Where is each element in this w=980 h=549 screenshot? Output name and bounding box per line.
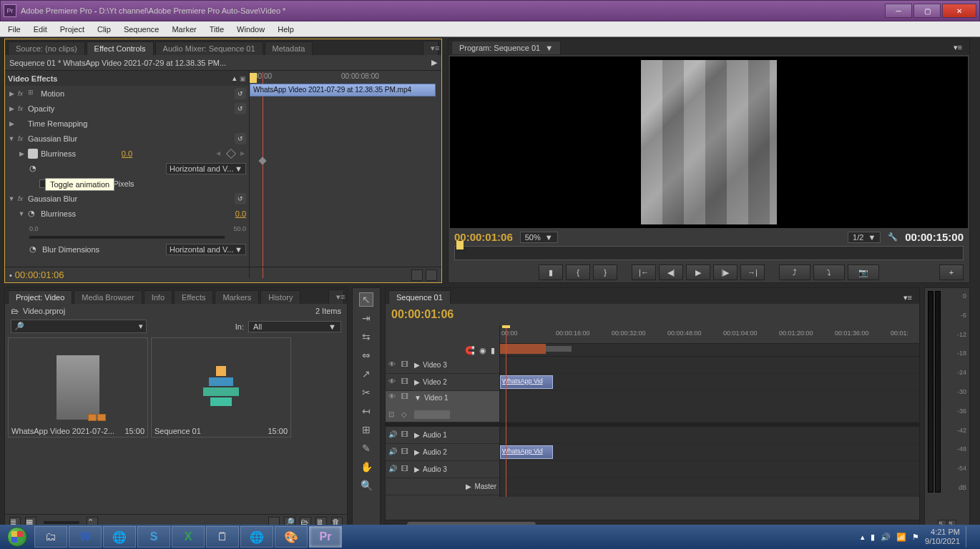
- ec-timecode[interactable]: 00:00:01:06: [15, 269, 64, 280]
- effect-motion[interactable]: ▶fx⊞Motion↺: [5, 86, 249, 101]
- flag-icon[interactable]: ⚑: [912, 533, 919, 542]
- track-audio-1[interactable]: 🔊🎞▶Audio 1: [386, 427, 499, 444]
- track-select-tool-icon[interactable]: ⇥: [359, 311, 373, 325]
- reset-icon[interactable]: ↺: [235, 88, 246, 99]
- reset-icon[interactable]: ↺: [235, 133, 246, 144]
- panel-menu-icon[interactable]: ▾≡: [328, 290, 344, 304]
- add-button[interactable]: +: [939, 264, 964, 280]
- track-master[interactable]: ▶Master: [386, 478, 499, 495]
- prop-blurriness[interactable]: ▶Blurriness0.0◀▶: [5, 146, 249, 161]
- work-area-bar[interactable]: [500, 344, 919, 357]
- wa-icon[interactable]: ▮: [491, 346, 495, 355]
- blurriness-value[interactable]: 0.0: [122, 149, 132, 158]
- taskbar-premiere-icon[interactable]: Pr: [309, 526, 342, 548]
- lock-icon[interactable]: 🎞: [401, 392, 411, 402]
- wrench-icon[interactable]: 🔧: [888, 232, 898, 242]
- battery-icon[interactable]: ▮: [871, 533, 875, 542]
- track-audio-3[interactable]: 🔊🎞▶Audio 3: [386, 461, 499, 478]
- menu-sequence[interactable]: Sequence: [117, 24, 166, 35]
- lane-a2[interactable]: WhatsApp Vid: [500, 444, 919, 461]
- speaker-icon[interactable]: 🔊: [388, 447, 398, 458]
- taskbar-paint-icon[interactable]: 🎨: [275, 526, 308, 548]
- collapse-icon[interactable]: ▴: [232, 74, 237, 83]
- mark-in-icon[interactable]: ▮: [539, 264, 563, 280]
- close-button[interactable]: ✕: [942, 4, 976, 18]
- out-point-icon[interactable]: }: [593, 264, 617, 280]
- lock-icon[interactable]: 🎞: [401, 377, 411, 387]
- blur-dimensions-dropdown-2[interactable]: Horizontal and V...▼: [166, 244, 246, 255]
- pen-tool-icon[interactable]: ✎: [359, 441, 373, 455]
- tab-audio-mixer[interactable]: Audio Mixer: Sequence 01: [155, 41, 263, 55]
- track-video-3[interactable]: 👁🎞▶Video 3: [386, 357, 499, 374]
- tab-project[interactable]: Project: Video: [8, 290, 72, 304]
- time-ruler[interactable]: 00:00 00:00:16:00 00:00:32:00 00:00:48:0…: [500, 325, 919, 344]
- tab-effects[interactable]: Effects: [174, 290, 213, 304]
- prop-blur-dimensions[interactable]: ◔Horizontal and V...▼: [5, 161, 249, 176]
- menu-project[interactable]: Project: [54, 24, 91, 35]
- selection-tool-icon[interactable]: ↖: [359, 292, 373, 307]
- effect-gaussian-blur-1[interactable]: ▼fxGaussian Blur↺: [5, 131, 249, 146]
- menu-window[interactable]: Window: [230, 24, 271, 35]
- volume-icon[interactable]: 🔊: [881, 533, 891, 542]
- project-item-clip[interactable]: WhatsApp Video 2021-07-2...15:00: [8, 337, 148, 437]
- rolling-tool-icon[interactable]: ⇔: [359, 348, 373, 362]
- timeline-timecode[interactable]: 00:00:01:06: [391, 308, 454, 320]
- effect-time-remap[interactable]: ▶ Time Remapping: [5, 116, 249, 131]
- tab-sequence[interactable]: Sequence 01: [388, 290, 451, 304]
- tab-source[interactable]: Source: (no clips): [8, 41, 85, 55]
- export-icon[interactable]: [426, 269, 437, 281]
- extract-icon[interactable]: ⤵: [813, 264, 845, 280]
- track-audio-2[interactable]: 🔊🎞▶Audio 2: [386, 444, 499, 461]
- razor-tool-icon[interactable]: ✂: [359, 385, 373, 400]
- panel-menu-icon[interactable]: ▾≡: [949, 41, 966, 54]
- ec-keyframe-area[interactable]: 00:0000:00:08:00 WhatsApp Video 2021-07-…: [250, 71, 441, 278]
- taskbar-notes-icon[interactable]: 🗒: [206, 526, 239, 548]
- menu-file[interactable]: File: [1, 24, 27, 35]
- lane-a3[interactable]: [500, 461, 919, 478]
- go-in-icon[interactable]: |←: [632, 264, 656, 280]
- stopwatch-icon[interactable]: ◔: [28, 209, 38, 219]
- start-button[interactable]: [1, 525, 33, 548]
- project-item-sequence[interactable]: Sequence 0115:00: [151, 337, 291, 437]
- go-out-icon[interactable]: →|: [740, 264, 765, 280]
- menu-edit[interactable]: Edit: [27, 24, 54, 35]
- taskbar-chrome2-icon[interactable]: 🌐: [240, 526, 273, 548]
- eye-icon[interactable]: 👁: [388, 392, 398, 402]
- lane-a1[interactable]: [500, 427, 919, 444]
- thumb-size-slider[interactable]: [44, 521, 79, 524]
- speaker-icon[interactable]: 🔊: [388, 430, 398, 440]
- blurriness-value-2[interactable]: 0.0: [235, 209, 246, 218]
- prop-blur-dimensions-2[interactable]: ◔Blur DimensionsHorizontal and V...▼: [5, 242, 249, 257]
- step-fwd-icon[interactable]: |▶: [713, 264, 738, 280]
- stopwatch-icon[interactable]: ◔: [29, 164, 39, 174]
- eye-icon[interactable]: 👁: [388, 360, 398, 370]
- in-dropdown[interactable]: All▼: [248, 321, 341, 332]
- program-monitor[interactable]: [450, 56, 968, 228]
- stopwatch-icon[interactable]: [28, 149, 38, 159]
- search-input[interactable]: 🔎▾: [11, 320, 147, 333]
- lift-icon[interactable]: ⤴: [779, 264, 810, 280]
- zoom-dropdown[interactable]: 50%▼: [520, 232, 558, 243]
- menu-help[interactable]: Help: [271, 24, 300, 35]
- taskbar-excel-icon[interactable]: X: [172, 526, 205, 548]
- speaker-icon[interactable]: 🔊: [388, 465, 398, 475]
- hand-tool-icon[interactable]: ✋: [359, 460, 373, 474]
- show-desktop-button[interactable]: [966, 526, 973, 548]
- taskbar-skype-icon[interactable]: S: [137, 526, 170, 548]
- marker-icon[interactable]: ◉: [479, 346, 486, 355]
- slide-tool-icon[interactable]: ⊞: [359, 422, 373, 437]
- lane-v1[interactable]: [500, 391, 919, 422]
- tab-effect-controls[interactable]: Effect Controls: [87, 41, 154, 55]
- prev-keyframe-icon[interactable]: ◀: [216, 150, 222, 157]
- tab-program[interactable]: Program: Sequence 01 ▼: [451, 41, 561, 54]
- timeline-clip-v2[interactable]: WhatsApp Vid: [500, 375, 553, 389]
- blur-dimensions-dropdown[interactable]: Horizontal and V...▼: [166, 163, 246, 174]
- menu-marker[interactable]: Marker: [165, 24, 202, 35]
- tab-history[interactable]: History: [260, 290, 300, 304]
- track-video-2[interactable]: 👁🎞▶Video 2: [386, 374, 499, 391]
- playhead-icon[interactable]: [456, 241, 464, 249]
- lane-master[interactable]: [500, 478, 919, 495]
- rate-tool-icon[interactable]: ↗: [359, 367, 373, 381]
- timeline-clip-a2[interactable]: WhatsApp Vid: [500, 445, 553, 459]
- snap-icon[interactable]: 🧲: [465, 346, 475, 355]
